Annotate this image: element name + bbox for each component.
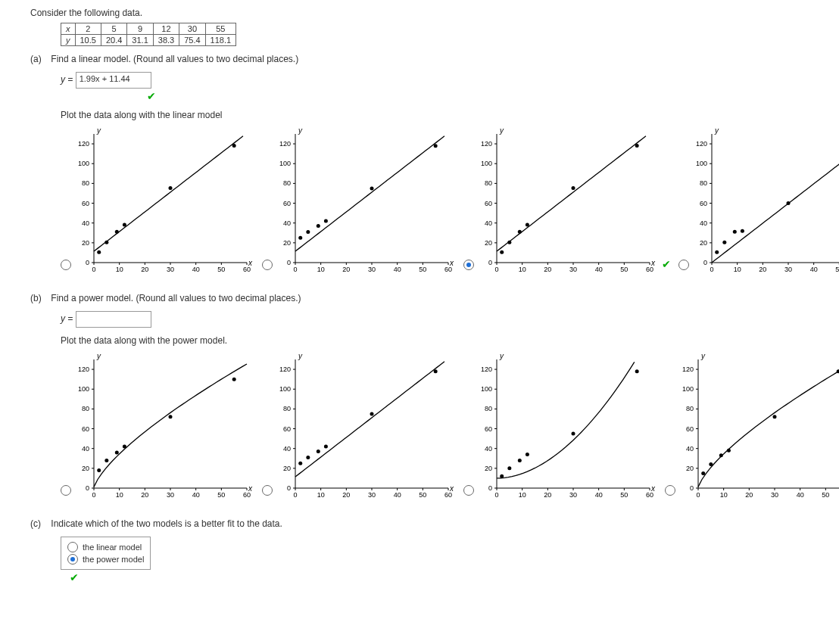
plot-radio[interactable] bbox=[678, 260, 689, 270]
svg-text:10: 10 bbox=[116, 266, 123, 273]
svg-point-150 bbox=[787, 201, 791, 205]
svg-text:30: 30 bbox=[569, 491, 577, 499]
svg-text:40: 40 bbox=[82, 445, 89, 453]
part-b-subtext: Plot the data along with the power model… bbox=[61, 335, 824, 346]
svg-text:50: 50 bbox=[217, 491, 225, 499]
svg-text:10: 10 bbox=[519, 266, 526, 273]
svg-text:20: 20 bbox=[82, 239, 89, 247]
svg-point-189 bbox=[232, 378, 236, 381]
svg-text:60: 60 bbox=[283, 425, 291, 433]
svg-text:50: 50 bbox=[419, 266, 426, 273]
eq-prefix-b: y = bbox=[61, 313, 73, 324]
svg-text:40: 40 bbox=[394, 266, 401, 273]
linear-model-radio[interactable] bbox=[67, 542, 78, 552]
svg-text:20: 20 bbox=[82, 465, 89, 472]
svg-point-71 bbox=[306, 230, 310, 234]
svg-text:120: 120 bbox=[279, 366, 291, 373]
plot-radio[interactable] bbox=[61, 260, 71, 270]
svg-point-222 bbox=[298, 462, 302, 465]
svg-point-261 bbox=[507, 466, 511, 470]
svg-text:120: 120 bbox=[481, 140, 492, 148]
svg-text:100: 100 bbox=[279, 160, 291, 167]
svg-text:40: 40 bbox=[810, 266, 818, 273]
svg-text:x: x bbox=[449, 259, 454, 267]
linear-model-input[interactable]: 1.99x + 11.44 bbox=[76, 72, 151, 89]
svg-text:30: 30 bbox=[784, 266, 792, 273]
svg-text:x: x bbox=[248, 259, 253, 267]
chart-plot: 0204060801001200102030405060yx bbox=[73, 352, 254, 503]
svg-point-264 bbox=[572, 432, 575, 436]
plot-radio[interactable] bbox=[463, 485, 474, 496]
svg-text:x: x bbox=[650, 484, 656, 493]
svg-text:30: 30 bbox=[771, 491, 778, 499]
chart-plot: 0204060801001200102030405060yx bbox=[274, 126, 456, 278]
part-c-choices: the linear model the power model bbox=[61, 537, 151, 570]
svg-text:20: 20 bbox=[745, 491, 753, 499]
svg-text:50: 50 bbox=[835, 266, 839, 273]
svg-text:50: 50 bbox=[217, 266, 225, 273]
svg-text:40: 40 bbox=[82, 219, 89, 227]
svg-text:x: x bbox=[449, 484, 454, 493]
svg-text:20: 20 bbox=[141, 266, 148, 273]
plot-radio[interactable] bbox=[262, 260, 273, 270]
svg-text:60: 60 bbox=[82, 425, 89, 433]
svg-point-263 bbox=[526, 453, 529, 456]
svg-text:20: 20 bbox=[283, 239, 291, 247]
svg-text:0: 0 bbox=[494, 266, 498, 273]
chart-plot: 0204060801001200102030405060yx bbox=[73, 126, 254, 278]
svg-text:100: 100 bbox=[78, 160, 89, 167]
svg-text:0: 0 bbox=[488, 484, 492, 492]
svg-text:40: 40 bbox=[192, 266, 200, 273]
svg-point-74 bbox=[370, 186, 374, 190]
plot-radio[interactable] bbox=[463, 260, 474, 270]
svg-text:y: y bbox=[298, 126, 303, 135]
svg-point-188 bbox=[169, 415, 173, 418]
svg-text:10: 10 bbox=[720, 491, 728, 499]
svg-text:120: 120 bbox=[696, 140, 707, 148]
part-a-subtext: Plot the data along with the linear mode… bbox=[61, 110, 824, 120]
svg-point-75 bbox=[434, 144, 438, 148]
plot-radio[interactable] bbox=[262, 485, 273, 496]
svg-point-146 bbox=[715, 250, 719, 254]
svg-text:40: 40 bbox=[283, 445, 291, 453]
svg-text:y: y bbox=[499, 352, 504, 360]
svg-point-184 bbox=[97, 468, 101, 472]
svg-text:100: 100 bbox=[682, 385, 694, 393]
svg-text:0: 0 bbox=[703, 259, 707, 266]
check-icon: ✔ bbox=[147, 90, 156, 102]
intro-text: Consider the following data. bbox=[30, 8, 824, 18]
svg-text:60: 60 bbox=[82, 200, 89, 207]
svg-point-185 bbox=[104, 459, 108, 462]
svg-text:x: x bbox=[650, 259, 656, 267]
svg-point-109 bbox=[507, 241, 511, 244]
svg-text:50: 50 bbox=[620, 266, 628, 273]
plot-radio[interactable] bbox=[665, 485, 675, 496]
svg-text:0: 0 bbox=[287, 484, 291, 492]
svg-text:20: 20 bbox=[759, 266, 766, 273]
svg-point-301 bbox=[727, 449, 731, 453]
svg-text:0: 0 bbox=[494, 491, 498, 499]
svg-point-265 bbox=[635, 369, 639, 373]
svg-text:20: 20 bbox=[686, 465, 694, 472]
svg-text:80: 80 bbox=[686, 405, 694, 412]
part-a-label: (a) bbox=[30, 54, 48, 64]
svg-text:80: 80 bbox=[82, 179, 89, 187]
svg-text:100: 100 bbox=[696, 160, 707, 167]
svg-text:120: 120 bbox=[481, 366, 492, 373]
svg-point-224 bbox=[317, 450, 320, 453]
svg-text:80: 80 bbox=[700, 179, 707, 187]
svg-point-227 bbox=[434, 369, 438, 373]
svg-point-300 bbox=[719, 453, 723, 457]
power-model-input[interactable] bbox=[76, 311, 151, 328]
part-c-label: (c) bbox=[30, 518, 48, 529]
svg-point-34 bbox=[115, 230, 119, 234]
svg-text:y: y bbox=[96, 352, 101, 360]
svg-text:y: y bbox=[96, 126, 101, 135]
plot-radio[interactable] bbox=[61, 485, 71, 496]
power-model-radio[interactable] bbox=[67, 554, 78, 565]
svg-point-70 bbox=[298, 236, 302, 240]
svg-text:20: 20 bbox=[485, 239, 492, 247]
svg-point-112 bbox=[572, 186, 575, 190]
svg-text:20: 20 bbox=[342, 491, 350, 499]
svg-point-37 bbox=[232, 144, 236, 148]
